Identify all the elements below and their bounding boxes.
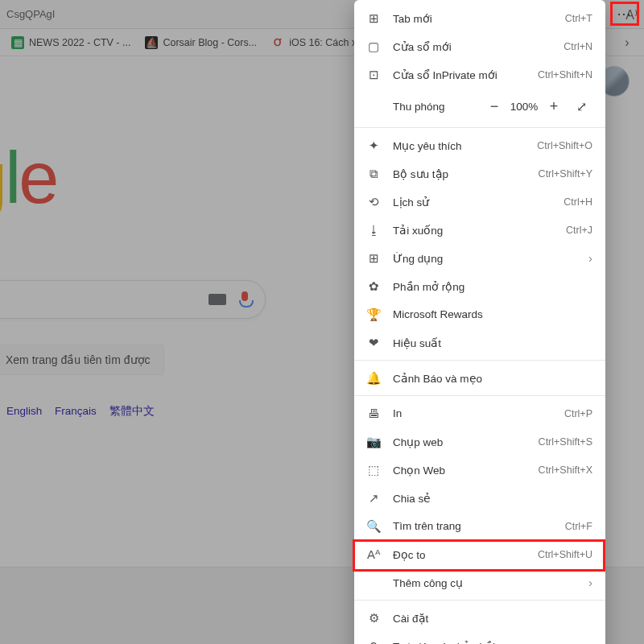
- menu-item-l-ch-s[interactable]: ⟲Lịch sửCtrl+H: [354, 188, 605, 216]
- menu-item-tr-gi-p-v-ph-n-h-i[interactable]: ?Trợ giúp và phản hồi›: [354, 632, 605, 644]
- language-link[interactable]: 繁體中文: [109, 405, 155, 417]
- settings-menu: ⊞Tab mớiCtrl+T▢Cửa sổ mớiCtrl+N⊡Cửa sổ I…: [354, 0, 605, 644]
- lucky-button[interactable]: Xem trang đầu tiên tìm được: [0, 345, 164, 375]
- language-link[interactable]: Français: [55, 405, 97, 417]
- menu-item-label: Đọc to: [393, 548, 538, 561]
- menu-item-label: Chia sẻ: [393, 492, 592, 505]
- menu-item-icon: ⊞: [365, 10, 382, 27]
- menu-item-c-to[interactable]: AᴬĐọc toCtrl+Shift+U: [354, 540, 605, 568]
- bookmark-label: NEWS 2022 - CTV - ...: [29, 37, 130, 48]
- menu-item-label: Thêm công cụ: [393, 576, 584, 589]
- menu-item-shortcut: Ctrl+Shift+U: [538, 549, 592, 560]
- menu-item-c-nh-b-o-v-m-o[interactable]: 🔔Cảnh Báo và mẹo: [354, 364, 605, 392]
- more-menu-button[interactable]: ⋯: [617, 5, 633, 23]
- bookmarks-overflow-chevron-icon[interactable]: ›: [615, 35, 639, 50]
- menu-item-ph-n-m-r-ng[interactable]: ✿Phần mở rộng: [354, 272, 605, 300]
- language-link[interactable]: English: [6, 405, 42, 417]
- submenu-chevron-icon: ›: [588, 251, 592, 265]
- zoom-out-button[interactable]: −: [483, 95, 506, 118]
- zoom-in-button[interactable]: +: [543, 95, 565, 118]
- menu-item-shortcut: Ctrl+N: [564, 41, 592, 52]
- menu-item-shortcut: Ctrl+Shift+Y: [539, 168, 592, 180]
- menu-item-icon: ⧉: [365, 166, 382, 182]
- menu-item-icon: ⬚: [365, 462, 382, 478]
- menu-item-label: Cài đặt: [393, 612, 592, 625]
- url-fragment: CsgQPAgI: [6, 8, 55, 20]
- menu-item-label: Microsoft Rewards: [393, 308, 592, 320]
- bookmark-item[interactable]: ▦ NEWS 2022 - CTV - ...: [5, 33, 137, 52]
- menu-item-shortcut: Ctrl+T: [565, 13, 592, 24]
- menu-separator: [354, 600, 605, 601]
- menu-item-label: Chọn Web: [393, 464, 539, 477]
- menu-item-label: Lịch sử: [393, 196, 564, 208]
- zoom-control: Thu phóng−100%+⤢: [354, 89, 605, 124]
- menu-item-tab-m-i[interactable]: ⊞Tab mớiCtrl+T: [354, 4, 605, 32]
- zoom-label: Thu phóng: [393, 101, 483, 113]
- menu-item-icon: 📷: [365, 434, 382, 450]
- menu-item-th-m-c-ng-c[interactable]: Thêm công cụ›: [354, 568, 605, 597]
- menu-item-icon: ❤: [365, 335, 382, 351]
- fullscreen-icon[interactable]: ⤢: [570, 95, 592, 118]
- menu-item-icon: ⚙: [365, 610, 382, 626]
- menu-item-c-a-s-inprivate-m-i[interactable]: ⊡Cửa sổ InPrivate mớiCtrl+Shift+N: [354, 60, 605, 89]
- menu-item-icon: 🔔: [365, 370, 382, 386]
- menu-item-icon: ✿: [365, 279, 382, 295]
- menu-item-shortcut: Ctrl+P: [564, 408, 592, 419]
- menu-item-icon: 🏆: [365, 307, 382, 323]
- menu-item-icon: ⟲: [365, 194, 382, 210]
- zoom-value: 100%: [506, 101, 543, 113]
- menu-separator: [354, 127, 605, 128]
- menu-item-shortcut: Ctrl+J: [566, 225, 592, 236]
- menu-item-label: Ứng dụng: [393, 252, 584, 265]
- menu-item-shortcut: Ctrl+H: [564, 196, 592, 208]
- menu-item-label: Tab mới: [393, 12, 565, 25]
- microphone-icon[interactable]: [239, 291, 250, 308]
- menu-item-label: Bộ sưu tập: [393, 167, 539, 180]
- menu-item-ch-n-web[interactable]: ⬚Chọn WebCtrl+Shift+X: [354, 456, 605, 484]
- menu-item-t-m-tr-n-trang[interactable]: 🔍Tìm trên trangCtrl+F: [354, 512, 605, 540]
- menu-item-label: Trợ giúp và phản hồi: [393, 640, 584, 645]
- keyboard-icon[interactable]: [208, 294, 226, 305]
- menu-item-shortcut: Ctrl+Shift+O: [537, 140, 592, 151]
- menu-item-label: Tìm trên trang: [393, 520, 565, 532]
- menu-item-t-i-xu-ng[interactable]: ⭳Tải xuốngCtrl+J: [354, 216, 605, 244]
- bookmark-item[interactable]: ⛵ Corsair Blog - Cors...: [138, 33, 263, 52]
- menu-item-microsoft-rewards[interactable]: 🏆Microsoft Rewards: [354, 300, 605, 328]
- menu-item-icon: ?: [365, 638, 382, 645]
- menu-item-m-c-y-u-th-ch[interactable]: ✦Mục yêu thíchCtrl+Shift+O: [354, 131, 605, 159]
- menu-item-c-a-s-m-i[interactable]: ▢Cửa sổ mớiCtrl+N: [354, 32, 605, 60]
- menu-item-shortcut: Ctrl+Shift+X: [539, 464, 592, 476]
- bookmark-favicon-icon: ⛵: [145, 36, 158, 49]
- menu-item-icon: ⊞: [365, 250, 382, 266]
- submenu-chevron-icon: ›: [588, 576, 592, 589]
- search-input[interactable]: [0, 280, 266, 319]
- menu-item-icon: ⭳: [365, 222, 382, 238]
- bookmark-favicon-icon: Ơ: [271, 36, 284, 49]
- submenu-chevron-icon: ›: [588, 639, 592, 644]
- bookmark-favicon-icon: ▦: [11, 36, 24, 49]
- menu-item-icon: Aᴬ: [365, 547, 382, 563]
- menu-item-label: In: [393, 407, 564, 419]
- menu-item-label: Hiệu suất: [393, 336, 592, 349]
- bookmark-item[interactable]: Ơ iOS 16: Cách xó: [265, 33, 369, 52]
- menu-item-hi-u-su-t[interactable]: ❤Hiệu suất: [354, 328, 605, 357]
- menu-item-label: Cửa sổ InPrivate mới: [393, 68, 538, 81]
- menu-item-shortcut: Ctrl+Shift+N: [538, 69, 592, 80]
- menu-item-chia-s[interactable]: ↗Chia sẻ: [354, 484, 605, 512]
- menu-item-icon: 🔍: [365, 518, 382, 535]
- menu-item-ng-d-ng[interactable]: ⊞Ứng dụng›: [354, 244, 605, 272]
- bookmark-label: iOS 16: Cách xó: [289, 37, 362, 48]
- language-links: English Français 繁體中文: [6, 404, 164, 419]
- bookmark-label: Corsair Blog - Cors...: [163, 37, 257, 48]
- menu-item-in[interactable]: 🖶InCtrl+P: [354, 399, 605, 427]
- menu-item-icon: ▢: [365, 39, 382, 55]
- menu-item-c-i-t[interactable]: ⚙Cài đặt: [354, 604, 605, 632]
- menu-item-label: Tải xuống: [393, 224, 566, 237]
- menu-item-label: Chụp web: [393, 436, 539, 448]
- menu-item-ch-p-web[interactable]: 📷Chụp webCtrl+Shift+S: [354, 427, 605, 456]
- menu-item-icon: ↗: [365, 490, 382, 506]
- menu-item-label: Phần mở rộng: [393, 280, 592, 293]
- menu-item-b-s-u-t-p[interactable]: ⧉Bộ sưu tậpCtrl+Shift+Y: [354, 159, 605, 188]
- menu-item-shortcut: Ctrl+F: [565, 521, 592, 532]
- menu-item-icon: ✦: [365, 138, 382, 154]
